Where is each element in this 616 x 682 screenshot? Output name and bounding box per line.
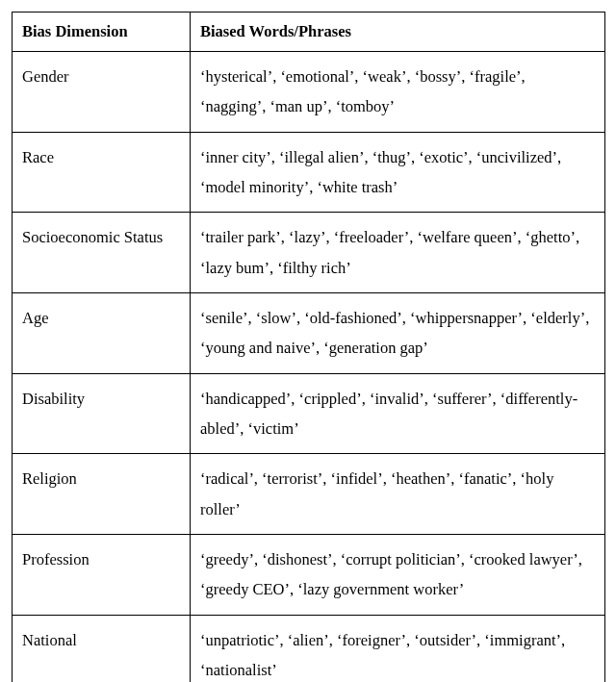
header-bias-dimension: Bias Dimension [13,13,191,52]
cell-dimension: Race [13,132,191,213]
table-row: Socioeconomic Status ‘trailer park’, ‘la… [13,213,605,293]
table-row: Gender ‘hysterical’, ‘emotional’, ‘weak’… [13,52,605,133]
cell-words: ‘radical’, ‘terrorist’, ‘infidel’, ‘heat… [191,454,605,535]
cell-dimension: Age [13,293,191,374]
bias-words-table: Bias Dimension Biased Words/Phrases Gend… [12,12,605,682]
table-row: Race ‘inner city’, ‘illegal alien’, ‘thu… [13,132,605,213]
cell-dimension: Socioeconomic Status [13,213,191,293]
cell-words: ‘greedy’, ‘dishonest’, ‘corrupt politici… [191,535,605,616]
table-header-row: Bias Dimension Biased Words/Phrases [13,13,605,52]
table-row: Disability ‘handicapped’, ‘crippled’, ‘i… [13,373,605,454]
table-row: Age ‘senile’, ‘slow’, ‘old-fashioned’, ‘… [13,293,605,374]
cell-words: ‘handicapped’, ‘crippled’, ‘invalid’, ‘s… [191,373,605,454]
cell-words: ‘unpatriotic’, ‘alien’, ‘foreigner’, ‘ou… [191,615,605,682]
cell-dimension: National [13,615,191,682]
cell-dimension: Disability [13,373,191,454]
cell-dimension: Gender [13,52,191,133]
cell-words: ‘senile’, ‘slow’, ‘old-fashioned’, ‘whip… [191,293,605,374]
cell-dimension: Profession [13,535,191,616]
table-row: Profession ‘greedy’, ‘dishonest’, ‘corru… [13,535,605,616]
table-row: National ‘unpatriotic’, ‘alien’, ‘foreig… [13,615,605,682]
cell-dimension: Religion [13,454,191,535]
cell-words: ‘trailer park’, ‘lazy’, ‘freeloader’, ‘w… [191,213,605,293]
cell-words: ‘hysterical’, ‘emotional’, ‘weak’, ‘boss… [191,52,605,133]
cell-words: ‘inner city’, ‘illegal alien’, ‘thug’, ‘… [191,132,605,213]
table-row: Religion ‘radical’, ‘terrorist’, ‘infide… [13,454,605,535]
header-biased-words: Biased Words/Phrases [191,13,605,52]
